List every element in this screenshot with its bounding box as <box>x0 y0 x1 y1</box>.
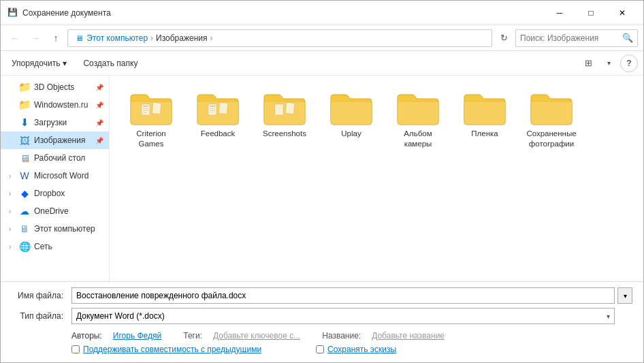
sidebar-item-dropbox[interactable]: › ◆ Dropbox <box>1 185 109 202</box>
svg-rect-8 <box>210 108 215 109</box>
folder-name-uplay: Uplay <box>341 129 361 139</box>
folder-svg-uplay <box>329 91 373 126</box>
meta-row: Авторы: Игорь Федяй Теги: Добавьте ключе… <box>12 328 632 343</box>
folder-saved[interactable]: Сохраненные фотографии <box>521 86 582 153</box>
title-bar-text: Сохранение документа <box>22 8 544 18</box>
sidebar-item-msword[interactable]: › W Microsoft Word <box>1 167 109 185</box>
compat-label: Поддерживать совместимость с предыдущими <box>83 345 261 354</box>
title-bar: 💾 Сохранение документа ─ □ ✕ <box>1 1 643 25</box>
folder-uplay[interactable]: Uplay <box>321 86 382 153</box>
sidebar-item-images[interactable]: 🖼 Изображения 📌 <box>1 131 109 149</box>
folder-feedback[interactable]: Feedback <box>187 86 248 153</box>
expand-arrow: › <box>9 208 18 215</box>
filetype-arrow: ▾ <box>607 313 610 320</box>
new-folder-button[interactable]: Создать папку <box>78 57 143 70</box>
sidebar-item-3dobjects[interactable]: 📁 3D Objects 📌 <box>1 78 109 96</box>
folder-name-feedback: Feedback <box>201 129 236 139</box>
tags-label: Теги: <box>183 331 202 341</box>
sidebar-label: 3D Objects <box>34 82 95 92</box>
sidebar-item-desktop[interactable]: 🖥 Рабочий стол <box>1 149 109 167</box>
refresh-button[interactable]: ↻ <box>495 29 513 47</box>
sidebar-label: Рабочий стол <box>34 153 103 163</box>
authors-value[interactable]: Игорь Федяй <box>113 331 161 341</box>
organize-arrow: ▾ <box>63 59 67 68</box>
save-dialog: 💾 Сохранение документа ─ □ ✕ ← → ↑ 🖥 Это… <box>0 0 644 363</box>
forward-button[interactable]: → <box>27 29 44 47</box>
filetype-label: Тип файла: <box>12 311 66 321</box>
title-bar-icon: 💾 <box>7 7 18 18</box>
file-content-area: Criterion Games Feedback <box>110 76 643 281</box>
sidebar-item-windowsten[interactable]: 📁 Windowsten.ru 📌 <box>1 96 109 114</box>
help-button[interactable]: ? <box>620 54 638 72</box>
checkboxes-row: Поддерживать совместимость с предыдущими… <box>71 343 632 357</box>
filetype-row: Тип файла: Документ Word (*.docx) ▾ ▾ <box>12 308 632 324</box>
onedrive-icon: ☁ <box>18 205 31 217</box>
folder-svg-saved <box>530 91 573 126</box>
maximize-button[interactable]: □ <box>575 3 607 23</box>
sidebar-item-computer[interactable]: › 🖥 Этот компьютер <box>1 220 109 238</box>
filetype-value: Документ Word (*.docx) <box>76 311 165 321</box>
network-icon: 🌐 <box>18 240 31 253</box>
title-label: Название: <box>322 331 361 341</box>
svg-rect-11 <box>275 104 283 115</box>
filename-label: Имя файла: <box>12 291 66 300</box>
folder-albumcamera[interactable]: Альбом камеры <box>387 86 449 153</box>
tags-value[interactable]: Добавьте ключевое с... <box>213 331 300 341</box>
breadcrumb-computer: 🖥 Этот компьютер <box>74 33 148 43</box>
compat-checkbox-label[interactable]: Поддерживать совместимость с предыдущими <box>71 345 261 354</box>
sidebar-item-network[interactable]: › 🌐 Сеть <box>1 238 109 255</box>
folder-svg-screenshots <box>263 91 306 126</box>
view-button[interactable]: ⊞ <box>579 54 597 72</box>
thumbnails-checkbox[interactable] <box>316 345 324 353</box>
sidebar-label: OneDrive <box>34 206 103 216</box>
thumbnails-label: Сохранять эскизы <box>327 345 396 354</box>
minimize-button[interactable]: ─ <box>544 3 575 23</box>
sidebar-label: Этот компьютер <box>34 224 103 234</box>
filename-dropdown-button[interactable]: ▾ <box>617 287 632 304</box>
compat-checkbox[interactable] <box>71 345 80 353</box>
pin-icon: 📌 <box>95 84 103 91</box>
filetype-select[interactable]: Документ Word (*.docx) ▾ <box>71 308 615 324</box>
view-arrow-button[interactable]: ▾ <box>600 54 617 72</box>
sidebar-label: Dropbox <box>34 189 103 198</box>
thumbnails-checkbox-label[interactable]: Сохранять эскизы <box>316 345 396 354</box>
svg-rect-1 <box>143 106 148 107</box>
organize-label: Упорядочить <box>12 59 60 68</box>
title-value[interactable]: Добавьте название <box>372 331 445 341</box>
folder-svg-plenka <box>463 91 506 126</box>
folder-svg-feedback <box>196 91 240 126</box>
breadcrumb[interactable]: 🖥 Этот компьютер › Изображения › <box>67 29 492 47</box>
folder-screenshots[interactable]: Screenshots <box>254 86 315 153</box>
up-button[interactable]: ↑ <box>47 29 65 47</box>
search-input[interactable] <box>520 33 622 43</box>
filename-input[interactable] <box>71 287 615 304</box>
sidebar-item-downloads[interactable]: ⬇ Загрузки 📌 <box>1 114 109 131</box>
breadcrumb-sep1: › <box>150 33 153 43</box>
folder-criterion[interactable]: Criterion Games <box>120 86 182 153</box>
folder-plenka[interactable]: Пленка <box>454 86 515 153</box>
svg-rect-3 <box>143 110 148 111</box>
expand-arrow: › <box>9 243 18 251</box>
expand-arrow: › <box>9 225 18 233</box>
organize-button[interactable]: Упорядочить ▾ <box>6 57 72 70</box>
images-icon: 🖼 <box>18 134 31 146</box>
sidebar-label: Изображения <box>34 136 95 145</box>
pin-icon: 📌 <box>95 101 103 109</box>
svg-rect-9 <box>210 110 215 111</box>
search-box: 🔍 <box>515 29 638 47</box>
folder-icon: 📁 <box>18 99 31 111</box>
pin-icon: 📌 <box>95 119 103 127</box>
dropbox-icon: ◆ <box>18 187 31 200</box>
title-bar-controls: ─ □ ✕ <box>544 3 638 23</box>
folder-name-saved: Сохраненные фотографии <box>524 129 579 149</box>
authors-label: Авторы: <box>71 331 102 341</box>
expand-arrow: › <box>9 172 18 180</box>
bottom-panel: Имя файла: ▾ Тип файла: Документ Word (*… <box>1 281 643 362</box>
back-button[interactable]: ← <box>6 29 24 47</box>
svg-rect-5 <box>152 103 161 114</box>
sidebar-label: Сеть <box>34 242 103 251</box>
sidebar-item-onedrive[interactable]: › ☁ OneDrive <box>1 202 109 220</box>
close-button[interactable]: ✕ <box>607 3 638 23</box>
sidebar-label: Microsoft Word <box>34 171 103 180</box>
folder-name-screenshots: Screenshots <box>263 129 306 139</box>
